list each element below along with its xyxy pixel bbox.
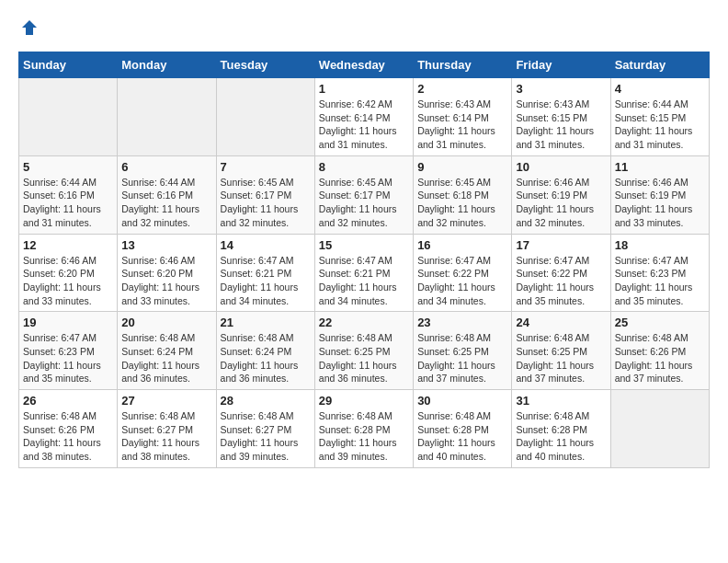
day-info: Sunrise: 6:48 AMSunset: 6:24 PMDaylight:… [121,331,211,385]
calendar-body: 1Sunrise: 6:42 AMSunset: 6:14 PMDaylight… [19,78,710,468]
calendar-cell: 20Sunrise: 6:48 AMSunset: 6:24 PMDayligh… [118,312,216,390]
header-day-tuesday: Tuesday [216,52,314,78]
day-info: Sunrise: 6:44 AMSunset: 6:16 PMDaylight:… [121,176,211,230]
calendar-cell: 18Sunrise: 6:47 AMSunset: 6:23 PMDayligh… [610,234,709,312]
logo [18,18,39,42]
calendar-cell: 3Sunrise: 6:43 AMSunset: 6:15 PMDaylight… [512,78,610,156]
week-row-4: 26Sunrise: 6:48 AMSunset: 6:26 PMDayligh… [19,390,710,468]
day-number: 24 [516,316,606,329]
day-number: 8 [319,160,409,174]
calendar-cell: 29Sunrise: 6:48 AMSunset: 6:28 PMDayligh… [314,390,413,468]
day-number: 11 [615,160,705,174]
day-info: Sunrise: 6:46 AMSunset: 6:19 PMDaylight:… [516,176,606,230]
week-row-1: 5Sunrise: 6:44 AMSunset: 6:16 PMDaylight… [19,155,710,234]
day-info: Sunrise: 6:48 AMSunset: 6:25 PMDaylight:… [417,331,507,385]
day-number: 5 [23,160,113,174]
day-number: 1 [319,82,409,96]
calendar-cell: 9Sunrise: 6:45 AMSunset: 6:18 PMDaylight… [414,155,512,234]
day-number: 31 [516,394,606,408]
week-row-3: 19Sunrise: 6:47 AMSunset: 6:23 PMDayligh… [19,312,710,390]
calendar-cell: 12Sunrise: 6:46 AMSunset: 6:20 PMDayligh… [19,234,118,312]
day-info: Sunrise: 6:48 AMSunset: 6:25 PMDaylight:… [319,331,409,385]
calendar-header: SundayMondayTuesdayWednesdayThursdayFrid… [19,52,710,78]
calendar-cell: 22Sunrise: 6:48 AMSunset: 6:25 PMDayligh… [314,312,413,390]
day-number: 12 [23,238,113,252]
calendar-cell [19,78,118,156]
day-number: 21 [221,316,311,329]
day-number: 19 [23,316,113,329]
calendar-cell [216,78,314,156]
calendar-cell: 17Sunrise: 6:47 AMSunset: 6:22 PMDayligh… [512,234,610,312]
day-info: Sunrise: 6:48 AMSunset: 6:24 PMDaylight:… [221,331,311,385]
day-info: Sunrise: 6:48 AMSunset: 6:27 PMDaylight:… [121,409,211,464]
day-number: 15 [319,238,409,252]
calendar-cell: 21Sunrise: 6:48 AMSunset: 6:24 PMDayligh… [216,312,314,390]
day-info: Sunrise: 6:48 AMSunset: 6:28 PMDaylight:… [417,409,507,464]
header-day-friday: Friday [512,52,610,78]
day-number: 7 [221,160,311,174]
day-info: Sunrise: 6:46 AMSunset: 6:20 PMDaylight:… [121,254,211,308]
calendar-cell: 8Sunrise: 6:45 AMSunset: 6:17 PMDaylight… [314,155,413,234]
logo-icon [20,18,39,37]
calendar-cell: 13Sunrise: 6:46 AMSunset: 6:20 PMDayligh… [118,234,216,312]
day-number: 13 [121,238,211,252]
calendar-cell: 30Sunrise: 6:48 AMSunset: 6:28 PMDayligh… [414,390,512,468]
day-info: Sunrise: 6:48 AMSunset: 6:25 PMDaylight:… [516,331,606,385]
day-number: 27 [121,394,211,408]
day-info: Sunrise: 6:48 AMSunset: 6:28 PMDaylight:… [319,409,409,464]
header-row: SundayMondayTuesdayWednesdayThursdayFrid… [19,52,710,78]
calendar-cell: 19Sunrise: 6:47 AMSunset: 6:23 PMDayligh… [19,312,118,390]
calendar-cell: 15Sunrise: 6:47 AMSunset: 6:21 PMDayligh… [314,234,413,312]
calendar-cell: 10Sunrise: 6:46 AMSunset: 6:19 PMDayligh… [512,155,610,234]
calendar-cell: 16Sunrise: 6:47 AMSunset: 6:22 PMDayligh… [414,234,512,312]
day-info: Sunrise: 6:47 AMSunset: 6:22 PMDaylight:… [516,254,606,308]
header-day-monday: Monday [118,52,216,78]
calendar-cell: 4Sunrise: 6:44 AMSunset: 6:15 PMDaylight… [610,78,709,156]
header-day-thursday: Thursday [414,52,512,78]
day-info: Sunrise: 6:47 AMSunset: 6:23 PMDaylight:… [615,254,705,308]
calendar-cell: 14Sunrise: 6:47 AMSunset: 6:21 PMDayligh… [216,234,314,312]
calendar-cell: 24Sunrise: 6:48 AMSunset: 6:25 PMDayligh… [512,312,610,390]
day-info: Sunrise: 6:45 AMSunset: 6:18 PMDaylight:… [417,176,507,230]
day-info: Sunrise: 6:47 AMSunset: 6:21 PMDaylight:… [221,254,311,308]
day-info: Sunrise: 6:45 AMSunset: 6:17 PMDaylight:… [319,176,409,230]
calendar-cell: 2Sunrise: 6:43 AMSunset: 6:14 PMDaylight… [414,78,512,156]
day-info: Sunrise: 6:44 AMSunset: 6:16 PMDaylight:… [23,176,113,230]
day-number: 17 [516,238,606,252]
day-number: 29 [319,394,409,408]
calendar-cell [610,390,709,468]
day-info: Sunrise: 6:46 AMSunset: 6:20 PMDaylight:… [23,254,113,308]
calendar-cell: 6Sunrise: 6:44 AMSunset: 6:16 PMDaylight… [118,155,216,234]
day-number: 18 [615,238,705,252]
day-info: Sunrise: 6:47 AMSunset: 6:21 PMDaylight:… [319,254,409,308]
calendar-cell: 28Sunrise: 6:48 AMSunset: 6:27 PMDayligh… [216,390,314,468]
day-number: 16 [417,238,507,252]
day-info: Sunrise: 6:48 AMSunset: 6:28 PMDaylight:… [516,409,606,464]
calendar-cell: 25Sunrise: 6:48 AMSunset: 6:26 PMDayligh… [610,312,709,390]
calendar-cell: 23Sunrise: 6:48 AMSunset: 6:25 PMDayligh… [414,312,512,390]
day-number: 6 [121,160,211,174]
calendar-cell [118,78,216,156]
day-number: 28 [221,394,311,408]
day-number: 26 [23,394,113,408]
day-info: Sunrise: 6:48 AMSunset: 6:27 PMDaylight:… [221,409,311,464]
week-row-2: 12Sunrise: 6:46 AMSunset: 6:20 PMDayligh… [19,234,710,312]
day-number: 3 [516,82,606,96]
day-number: 4 [615,82,705,96]
header-day-wednesday: Wednesday [314,52,413,78]
day-info: Sunrise: 6:48 AMSunset: 6:26 PMDaylight:… [23,409,113,464]
day-info: Sunrise: 6:47 AMSunset: 6:22 PMDaylight:… [417,254,507,308]
day-info: Sunrise: 6:42 AMSunset: 6:14 PMDaylight:… [319,98,409,152]
day-info: Sunrise: 6:48 AMSunset: 6:26 PMDaylight:… [615,331,705,385]
day-number: 14 [221,238,311,252]
calendar-cell: 26Sunrise: 6:48 AMSunset: 6:26 PMDayligh… [19,390,118,468]
day-number: 25 [615,316,705,329]
calendar-cell: 27Sunrise: 6:48 AMSunset: 6:27 PMDayligh… [118,390,216,468]
page-header [18,18,710,42]
day-number: 20 [121,316,211,329]
day-number: 2 [417,82,507,96]
calendar-table: SundayMondayTuesdayWednesdayThursdayFrid… [18,52,710,468]
svg-marker-0 [22,20,37,35]
calendar-cell: 31Sunrise: 6:48 AMSunset: 6:28 PMDayligh… [512,390,610,468]
calendar-cell: 7Sunrise: 6:45 AMSunset: 6:17 PMDaylight… [216,155,314,234]
